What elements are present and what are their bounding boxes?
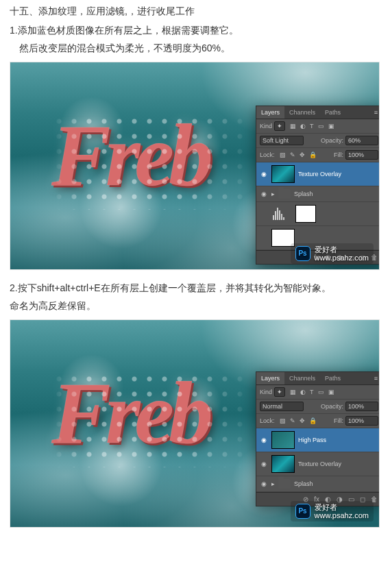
blend-mode-select[interactable]: Soft Light — [260, 136, 304, 145]
lock-all-icon[interactable]: 🔒 — [309, 417, 317, 424]
panel-menu-icon[interactable]: ≡ — [370, 372, 379, 384]
opacity-label: Opacity: — [321, 137, 343, 144]
section-heading: 十五、添加纹理，应用滤镜,，进行收尾工作 — [10, 5, 380, 18]
visibility-icon[interactable]: ◉ — [260, 171, 268, 177]
lock-transparent-icon[interactable]: ▧ — [280, 417, 286, 424]
fill-label: Fill: — [334, 151, 343, 158]
lock-all-icon[interactable]: 🔒 — [309, 151, 317, 158]
layer-mask[interactable] — [295, 205, 316, 223]
layer-texture-overlay[interactable]: ◉ Texture Overlay — [256, 162, 379, 186]
visibility-icon[interactable]: ◉ — [260, 480, 268, 487]
layer-thumbnail — [271, 455, 295, 473]
filter-row: Kind ✦ ▦ ◐ T ▭ ▣ — [256, 385, 379, 400]
layer-label: Texture Overlay — [298, 171, 378, 177]
layer-label: High Pass — [298, 437, 378, 443]
panel-menu-icon[interactable]: ≡ — [370, 106, 379, 119]
watermark: Ps 爱好者 www.psahz.com — [291, 501, 374, 522]
lock-row: Lock: ▧ ✎ ✥ 🔒 Fill: 100% — [256, 148, 379, 162]
layers-list: ◉ Texture Overlay ◉ ▸ Splash — [256, 162, 379, 250]
lock-label: Lock: — [260, 417, 275, 424]
kind-dropdown[interactable]: ✦ — [274, 387, 285, 397]
filter-row: Kind ✦ ▦ ◐ T ▭ ▣ — [256, 119, 379, 134]
layer-label: Texture Overlay — [298, 461, 378, 467]
filter-smart-icon[interactable]: ▣ — [328, 123, 334, 130]
fill-value[interactable]: 100% — [345, 416, 378, 426]
tab-layers[interactable]: Layers — [256, 106, 284, 119]
chevron-right-icon[interactable]: ▸ — [271, 191, 275, 197]
layer-thumbnail — [271, 431, 295, 449]
tab-paths[interactable]: Paths — [320, 106, 345, 119]
step2-line2: 命名为高反差保留。 — [10, 300, 380, 313]
tab-paths[interactable]: Paths — [320, 372, 345, 384]
lock-icons: ▧ ✎ ✥ 🔒 — [280, 417, 317, 424]
watermark: Ps 爱好者 www.psahz.com — [291, 243, 374, 264]
folder-icon — [278, 479, 291, 489]
panel-tabs: Layers Channels Paths ≡ — [256, 372, 379, 385]
figure-2: Freb Layers Channels Paths ≡ Kind ✦ ▦ ◐ … — [10, 319, 380, 528]
filter-adjust-icon[interactable]: ◐ — [300, 123, 306, 130]
filter-pixel-icon[interactable]: ▦ — [290, 389, 296, 395]
ps-logo-icon: Ps — [295, 246, 310, 261]
opacity-label: Opacity: — [321, 403, 343, 410]
filter-icons: ▦ ◐ T ▭ ▣ — [290, 389, 334, 395]
panel-tabs: Layers Channels Paths ≡ — [256, 106, 379, 119]
folder-icon — [278, 189, 291, 199]
blend-row: Normal Opacity: 100% — [256, 400, 379, 414]
fill-label: Fill: — [334, 417, 343, 424]
lock-label: Lock: — [260, 151, 275, 158]
kind-label: Kind — [260, 389, 272, 395]
fill-value[interactable]: 100% — [345, 150, 378, 160]
levels-icon — [271, 208, 292, 220]
tab-channels[interactable]: Channels — [284, 372, 320, 384]
step1-line1: 1.添加蓝色材质图像在所有层之上，根据需要调整它。 — [10, 25, 380, 37]
layer-thumbnail — [271, 165, 295, 183]
filter-type-icon[interactable]: T — [310, 389, 314, 395]
filter-pixel-icon[interactable]: ▦ — [290, 123, 296, 130]
kind-dropdown[interactable]: ✦ — [274, 121, 285, 131]
visibility-icon[interactable]: ◉ — [260, 437, 268, 443]
layers-panel: Layers Channels Paths ≡ Kind ✦ ▦ ◐ T ▭ ▣… — [256, 371, 379, 506]
step2-line1: 2.按下shift+alt+ctrl+E在所有层上创建一个覆盖层，并将其转化为智… — [10, 282, 380, 295]
ps-logo-icon: Ps — [295, 504, 310, 519]
filter-type-icon[interactable]: T — [310, 123, 314, 130]
layers-list: ◉ High Pass ◉ Texture Overlay ◉ ▸ Splash — [256, 428, 379, 492]
visibility-icon[interactable]: ◉ — [260, 191, 268, 197]
watermark-name: 爱好者 — [315, 503, 369, 511]
lock-move-icon[interactable]: ✥ — [300, 417, 305, 424]
kind-label: Kind — [260, 123, 272, 130]
ocean-artwork: Freb Layers Channels Paths ≡ Kind ✦ ▦ ◐ … — [10, 320, 379, 527]
watermark-url: www.psahz.com — [315, 511, 369, 519]
lock-transparent-icon[interactable]: ▧ — [280, 151, 286, 158]
lock-brush-icon[interactable]: ✎ — [290, 151, 295, 158]
lock-row: Lock: ▧ ✎ ✥ 🔒 Fill: 100% — [256, 414, 379, 428]
visibility-icon[interactable]: ◉ — [260, 461, 268, 467]
chevron-right-icon[interactable]: ▸ — [271, 480, 275, 487]
tab-channels[interactable]: Channels — [284, 106, 320, 119]
ocean-artwork: Freb Layers Channels Paths ≡ Kind ✦ ▦ ◐ … — [10, 62, 379, 269]
lock-brush-icon[interactable]: ✎ — [290, 417, 295, 424]
layer-splash-group[interactable]: ◉ ▸ Splash — [256, 186, 379, 202]
watermark-name: 爱好者 — [315, 245, 369, 254]
layer-label: Splash — [294, 480, 378, 487]
layer-splash-group[interactable]: ◉ ▸ Splash — [256, 476, 379, 492]
opacity-value[interactable]: 60% — [345, 136, 378, 145]
blend-row: Soft Light Opacity: 60% — [256, 134, 379, 148]
lock-move-icon[interactable]: ✥ — [300, 151, 305, 158]
filter-shape-icon[interactable]: ▭ — [318, 123, 324, 130]
filter-adjust-icon[interactable]: ◐ — [300, 389, 306, 395]
layer-levels-adjustment[interactable] — [256, 202, 379, 226]
filter-icons: ▦ ◐ T ▭ ▣ — [290, 123, 334, 130]
layer-label: Splash — [294, 191, 378, 197]
watermark-url: www.psahz.com — [315, 254, 369, 262]
figure-1: Freb Layers Channels Paths ≡ Kind ✦ ▦ ◐ … — [10, 62, 380, 270]
blend-mode-select[interactable]: Normal — [260, 402, 304, 411]
filter-smart-icon[interactable]: ▣ — [328, 389, 334, 395]
opacity-value[interactable]: 100% — [345, 402, 378, 411]
filter-shape-icon[interactable]: ▭ — [318, 389, 324, 395]
layer-high-pass[interactable]: ◉ High Pass — [256, 428, 379, 452]
tab-layers[interactable]: Layers — [256, 372, 284, 384]
layer-texture-overlay[interactable]: ◉ Texture Overlay — [256, 452, 379, 476]
layers-panel: Layers Channels Paths ≡ Kind ✦ ▦ ◐ T ▭ ▣… — [256, 106, 379, 265]
lock-icons: ▧ ✎ ✥ 🔒 — [280, 151, 317, 158]
step1-line2: 然后改变层的混合模式为柔光，不透明度为60%。 — [19, 42, 380, 55]
